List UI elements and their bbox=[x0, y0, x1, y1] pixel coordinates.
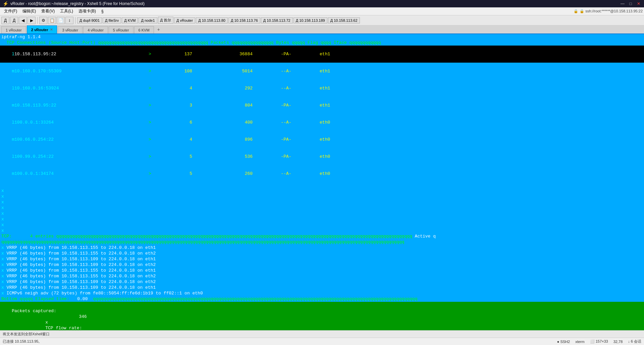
toolbar: Д Д ◀ ▶ ⚙ 📋 📄 ↕ Д dupf-9001 Д fileSrv Д … bbox=[0, 15, 644, 25]
tab-4-vrouter[interactable]: 4 vRouter bbox=[83, 26, 108, 33]
input-bar: 将文本发送到全部Xshell窗口 bbox=[0, 330, 644, 338]
close-button[interactable]: ✕ bbox=[636, 1, 641, 6]
toolbar-icon7[interactable]: 📄 bbox=[57, 17, 65, 24]
maximize-button[interactable]: □ bbox=[628, 1, 633, 6]
input-bar-field[interactable] bbox=[52, 332, 641, 336]
menu-extra[interactable]: § bbox=[99, 8, 106, 14]
term-packets-value: 346 bbox=[79, 314, 87, 319]
term-empty-5: x bbox=[0, 205, 644, 211]
menu-edit[interactable]: 编辑(E) bbox=[20, 8, 39, 15]
term-tcp-status: TCP: 4 entries qqqqqqqqqqqqqqqqqqqqqqqqq… bbox=[0, 233, 644, 239]
tab-2-close-icon[interactable]: ✕ bbox=[50, 28, 53, 31]
term-vrrp-1: x VRRP (46 bytes) from 10.158.113.155 to… bbox=[0, 245, 644, 251]
toolbar-btn-filesrv[interactable]: Д fileSrv bbox=[103, 17, 121, 23]
menu-view[interactable]: 查看(V) bbox=[39, 8, 57, 15]
term-vrrp-5: x VRRP (46 bytes) from 10.158.113.155 to… bbox=[0, 268, 644, 273]
titlebar-title: vRouter - root@bogon:~/release_registry … bbox=[10, 1, 145, 6]
term-header-line: TCP Connections (Source Host:Port) qqqqq… bbox=[0, 40, 644, 46]
terminal[interactable]: iptraf-ng 1.1.4 TCP Connections (Source … bbox=[0, 34, 644, 330]
term-empty-4: x bbox=[0, 199, 644, 205]
tab-5-label: 5 vRouter bbox=[113, 28, 129, 32]
toolbar-icon3[interactable]: ◀ bbox=[19, 17, 27, 24]
term-empty-9: x bbox=[0, 228, 644, 233]
statusbar-ssh: ● SSH2 bbox=[557, 340, 570, 344]
toolbar-btn-dupf[interactable]: Д dupf-9001 bbox=[77, 17, 102, 23]
tab-1-vrouter[interactable]: 1 vRouter bbox=[1, 26, 26, 33]
term-connection-row-1[interactable]: l10.158.113.95:22>13736884-PA-eth1 bbox=[0, 46, 644, 63]
term-empty-6: x bbox=[0, 211, 644, 216]
tab-5-vrouter[interactable]: 5 vRouter bbox=[109, 26, 133, 33]
toolbar-icon5[interactable]: ⚙ bbox=[39, 17, 47, 24]
tab-2-label: 2 vRouter bbox=[31, 28, 48, 32]
toolbar-icon1[interactable]: Д bbox=[1, 17, 9, 24]
menu-tools[interactable]: 工具(L) bbox=[57, 8, 76, 15]
toolbar-icon4[interactable]: ▶ bbox=[28, 17, 36, 24]
toolbar-btn-ip189[interactable]: Д 10.158.113.189 bbox=[293, 17, 327, 23]
term-tcp-status2: qqqqqqqqqqqqqqqqqqqqqqqqqqqqqqqqqqqqqqqq… bbox=[0, 239, 644, 245]
term-packets-label: Packets captured: bbox=[12, 308, 56, 314]
titlebar: ⚡ vRouter - root@bogon:~/release_registr… bbox=[0, 0, 644, 7]
tab-1-label: 1 vRouter bbox=[6, 28, 22, 32]
ssh-indicator: 🔒 🔒 ssh://root:******@10.158.113.95:22 bbox=[574, 9, 643, 13]
tab-6-label: 6 KVM bbox=[139, 28, 150, 32]
term-connection-row-7: l100.99.0.254:22>5536-PA-eth0 bbox=[0, 148, 644, 165]
term-connection-row-2: m10.160.0.170:55309>1085014--A-eth1 bbox=[0, 63, 644, 80]
toolbar-btn-ip76[interactable]: Д 10.158.113.76 bbox=[228, 17, 260, 23]
tab-4-label: 4 vRouter bbox=[88, 28, 104, 32]
term-connection-row-4: m10.158.113.95:22>3804-PA-eth1 bbox=[0, 97, 644, 114]
statusbar-right: ● SSH2 xterm ⬜ 157×33 32,78 ↓ 6 会话 bbox=[557, 339, 641, 344]
tab-add-button[interactable]: + bbox=[155, 26, 163, 33]
term-bottom-line: Bottom qqqqq Elapsed time: 0.00 qqqqqqqq… bbox=[0, 296, 644, 302]
term-empty-2: x bbox=[0, 188, 644, 194]
term-x-label: x bbox=[45, 320, 48, 325]
toolbar-btn-ip62[interactable]: Д 10.158.113.62 bbox=[328, 17, 360, 23]
toolbar-btn-vrouter[interactable]: Д vRouter bbox=[174, 17, 195, 23]
term-empty-8: x bbox=[0, 222, 644, 228]
statusbar-sessions: ↓ 6 会话 bbox=[628, 339, 641, 344]
statusbar-size: ⬜ 157×33 bbox=[590, 339, 608, 344]
term-vrrp-6: x VRRP (46 bytes) from 10.158.113.155 to… bbox=[0, 273, 644, 279]
titlebar-left: ⚡ vRouter - root@bogon:~/release_registr… bbox=[3, 1, 145, 6]
tab-3-label: 3 vRouter bbox=[62, 28, 78, 32]
statusbar-pos: 32,78 bbox=[613, 340, 623, 344]
ssh-address: 🔒 ssh://root:******@10.158.113.95:22 bbox=[580, 9, 643, 13]
term-version-line: iptraf-ng 1.1.4 bbox=[0, 34, 644, 40]
statusbar: 已连接 10.158.113.95。 ● SSH2 xterm ⬜ 157×33… bbox=[0, 338, 644, 345]
toolbar-btn-ip72[interactable]: Д 10.158.113.72 bbox=[261, 17, 293, 23]
toolbar-btn-kvm[interactable]: Д KVM bbox=[122, 17, 138, 23]
tab-2-vrouter[interactable]: 2 vRouter ✕ bbox=[27, 25, 57, 33]
toolbar-btn-ip80[interactable]: Д 10.158.113.80 bbox=[196, 17, 228, 23]
menu-tabs[interactable]: 选项卡(B) bbox=[76, 8, 99, 15]
toolbar-icon2[interactable]: Д bbox=[10, 17, 18, 24]
toolbar-btn-seoul[interactable]: Д 首尔 bbox=[158, 17, 174, 24]
minimize-button[interactable]: — bbox=[620, 1, 625, 6]
term-vrrp-8: x VRRP (46 bytes) from 10.158.113.109 to… bbox=[0, 285, 644, 290]
statusbar-xterm: xterm bbox=[575, 340, 585, 344]
statusbar-connection: 已连接 10.158.113.95。 bbox=[3, 339, 42, 344]
ssh-lock-icon: 🔒 bbox=[574, 9, 578, 13]
toolbar-btn-node1[interactable]: Д node1 bbox=[139, 17, 157, 23]
term-vrrp-3: x VRRP (46 bytes) from 10.158.113.109 to… bbox=[0, 256, 644, 262]
menu-file[interactable]: 文件(F) bbox=[1, 8, 20, 15]
tab-6-kvm[interactable]: 6 KVM bbox=[134, 26, 154, 33]
tabbar: 1 vRouter 2 vRouter ✕ 3 vRouter 4 vRoute… bbox=[0, 25, 644, 34]
term-connection-row-6: m100.66.0.254:22>4896-PA-eth0 bbox=[0, 131, 644, 148]
toolbar-sep1 bbox=[37, 17, 38, 24]
toolbar-sep2 bbox=[75, 17, 75, 24]
term-empty-3: x bbox=[0, 194, 644, 199]
term-vrrp-2: x VRRP (46 bytes) from 10.158.113.155 to… bbox=[0, 251, 644, 256]
input-bar-label: 将文本发送到全部Xshell窗口 bbox=[3, 332, 50, 337]
term-packets-status: Packets captured: 346 x TCP flow rate: 3… bbox=[0, 302, 644, 330]
term-connection-row-8: m100.0.0.1:34174>5260--A-eth0 bbox=[0, 165, 644, 182]
toolbar-icon8[interactable]: ↕ bbox=[65, 17, 73, 24]
menubar: 文件(F) 编辑(E) 查看(V) 工具(L) 选项卡(B) § 🔒 🔒 ssh… bbox=[0, 7, 644, 15]
term-empty-7: x bbox=[0, 216, 644, 222]
app-icon: ⚡ bbox=[3, 1, 8, 6]
term-connection-row-5: l100.0.0.1:33264>6400--A-eth0 bbox=[0, 114, 644, 131]
titlebar-controls: — □ ✕ bbox=[620, 1, 641, 6]
term-vrrp-4: x VRRP (46 bytes) from 10.158.113.109 to… bbox=[0, 262, 644, 268]
term-tcp-rate-label: TCP flow rate: bbox=[45, 326, 82, 330]
toolbar-icon6[interactable]: 📋 bbox=[48, 17, 56, 24]
tab-3-vrouter[interactable]: 3 vRouter bbox=[58, 26, 83, 33]
term-empty-1 bbox=[0, 182, 644, 188]
